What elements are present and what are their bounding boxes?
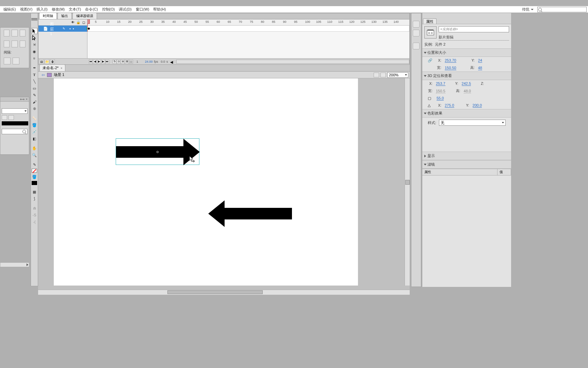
search-input[interactable]: [537, 7, 587, 12]
brush-tool[interactable]: 🖌: [31, 99, 37, 105]
space-h-button[interactable]: [4, 58, 11, 64]
menu-window[interactable]: 窗口(W): [134, 6, 151, 13]
rectangle-tool[interactable]: ▭: [31, 85, 37, 91]
eye-icon[interactable]: 👁: [71, 20, 75, 25]
menu-commands[interactable]: 命令(C): [83, 6, 100, 13]
back-button[interactable]: ⇦: [42, 73, 45, 77]
col-attr[interactable]: 属性: [422, 169, 497, 175]
stroke-swatch[interactable]: [32, 169, 37, 173]
last-frame-button[interactable]: ⏭: [105, 60, 109, 64]
menu-view[interactable]: 视图(V): [18, 6, 35, 13]
panel-close-icon[interactable]: ×: [26, 97, 28, 101]
text-tool[interactable]: T: [31, 72, 37, 78]
marker-button[interactable]: [:]: [129, 60, 133, 64]
next-frame-button[interactable]: ▶: [101, 60, 105, 64]
perspective-value[interactable]: 55.0: [437, 96, 444, 101]
y-value[interactable]: 24: [478, 58, 482, 63]
fps-value[interactable]: 24.00: [145, 60, 153, 63]
scroll-left-button[interactable]: ◀: [170, 60, 174, 63]
align-bottom-button[interactable]: [20, 41, 26, 47]
eraser-tool[interactable]: ◧: [31, 136, 37, 142]
menu-control[interactable]: 控制(O): [100, 6, 117, 13]
library-doc-select[interactable]: [2, 108, 28, 114]
stroke-color[interactable]: ✎: [31, 162, 37, 168]
stage[interactable]: [54, 78, 358, 286]
edit-multi-button[interactable]: ⊞: [125, 60, 129, 64]
vx-value[interactable]: 275.0: [445, 103, 454, 108]
space-v-button[interactable]: [13, 58, 19, 64]
x3-value[interactable]: 253.7: [436, 81, 445, 86]
prev-frame-button[interactable]: ◀: [93, 60, 97, 64]
stage-area[interactable]: [38, 78, 410, 290]
frame-ruler[interactable]: 5101520253035404550556065707580859095100…: [87, 19, 409, 26]
line-tool[interactable]: ╲: [31, 78, 37, 85]
pencil-tool[interactable]: ✎: [31, 92, 37, 98]
library-search[interactable]: [2, 129, 28, 134]
tab-timeline[interactable]: 时间轴: [39, 13, 57, 19]
frame-grid[interactable]: 5101520253035404550556065707580859095100…: [87, 19, 409, 58]
lasso-tool[interactable]: ఠ: [31, 55, 37, 61]
menu-debug[interactable]: 调试(D): [117, 6, 133, 13]
first-frame-button[interactable]: ⏮: [89, 60, 93, 64]
vertical-scrollbar[interactable]: [405, 78, 410, 286]
tools-grip[interactable]: [31, 18, 37, 21]
instance-name-input[interactable]: <实例名称>: [439, 26, 509, 32]
pen-tool[interactable]: ✒: [31, 65, 37, 71]
onion-outline-button[interactable]: ⊚: [121, 60, 125, 64]
edit-symbol-button[interactable]: [380, 73, 386, 77]
align-right-button[interactable]: [20, 30, 26, 36]
timeline-scrollbar[interactable]: [176, 60, 409, 64]
option-1[interactable]: ⋒: [31, 205, 37, 211]
bone-tool[interactable]: 🦴: [31, 115, 37, 121]
zoom-select[interactable]: 200%: [387, 72, 408, 78]
frame-track[interactable]: [87, 26, 409, 32]
panel-collapse-icon[interactable]: ⟷: [20, 97, 24, 101]
zoom-tool[interactable]: 🔍: [31, 152, 37, 158]
snap-button[interactable]: ▦: [31, 189, 37, 195]
onion-button[interactable]: ⊙: [117, 60, 121, 64]
menu-help[interactable]: 帮助(H): [151, 6, 168, 13]
scene-name[interactable]: 场景 1: [54, 72, 64, 77]
scrollbar-thumb[interactable]: [405, 180, 410, 185]
deco-tool[interactable]: ❊: [31, 106, 37, 112]
library-pin-button[interactable]: [2, 115, 7, 120]
lock-icon[interactable]: 🔒: [76, 20, 80, 25]
menu-text[interactable]: 文本(T): [67, 6, 83, 13]
swatches-panel-button[interactable]: [413, 30, 420, 36]
eyedropper-tool[interactable]: 💉: [31, 129, 37, 135]
color-panel-button[interactable]: [413, 21, 420, 28]
scrollbar-thumb[interactable]: [167, 290, 263, 294]
layer-row[interactable]: 📄 图层 1 ✎ ••: [38, 26, 87, 32]
loop-button[interactable]: ↻: [113, 60, 117, 64]
info-panel-button[interactable]: [413, 43, 420, 49]
paint-bucket-tool[interactable]: 🪣: [31, 122, 37, 128]
fill-swatch[interactable]: [32, 181, 37, 185]
w-value[interactable]: 150.50: [445, 66, 456, 70]
align-vcenter-button[interactable]: [12, 41, 17, 47]
selection-tool[interactable]: [31, 28, 37, 34]
tab-output[interactable]: 输出: [58, 13, 72, 19]
arrow-right-shape[interactable]: [116, 139, 200, 165]
library-new-button[interactable]: [9, 115, 14, 120]
new-folder-button[interactable]: 📁: [45, 59, 49, 64]
align-hcenter-button[interactable]: [12, 30, 17, 36]
h-value[interactable]: 48: [478, 66, 482, 70]
tab-errors[interactable]: 编译器错误: [72, 13, 97, 19]
new-layer-button[interactable]: ▤: [39, 59, 44, 64]
style-select[interactable]: 无: [439, 120, 506, 126]
section-3d[interactable]: 3D 定位和查看: [422, 72, 511, 80]
close-tab-button[interactable]: ×: [61, 66, 62, 70]
hand-tool[interactable]: ✋: [31, 145, 37, 151]
vy-value[interactable]: 200.0: [473, 103, 482, 108]
menu-edit[interactable]: 编辑(E): [1, 6, 18, 13]
delete-layer-button[interactable]: 🗑: [50, 59, 55, 64]
align-top-button[interactable]: [4, 41, 10, 47]
3d-rotation-tool[interactable]: ◉: [31, 48, 37, 55]
document-tab[interactable]: 未命名-2* ×: [39, 64, 65, 71]
keyframe[interactable]: [88, 27, 90, 30]
option-3[interactable]: -(: [31, 219, 37, 225]
play-button[interactable]: ▶: [97, 60, 101, 64]
menu-modify[interactable]: 修改(M): [50, 6, 67, 13]
y3-value[interactable]: 242.5: [462, 81, 471, 86]
align-left-button[interactable]: [4, 30, 10, 36]
